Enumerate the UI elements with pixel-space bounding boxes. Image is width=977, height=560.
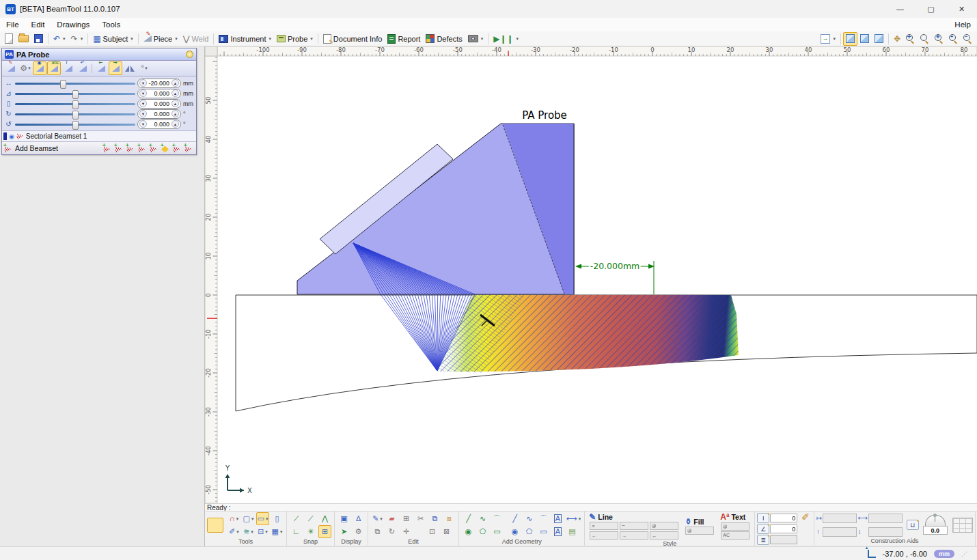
probe-index-offset-spinner[interactable]: ▼-20.000▲ xyxy=(137,79,181,88)
probe-rotation-slider[interactable] xyxy=(15,110,135,118)
arrow-start-well[interactable]: ← xyxy=(590,531,618,540)
horizontal-offset-field[interactable] xyxy=(823,514,857,523)
view-3d-solid-button[interactable] xyxy=(843,32,857,46)
subject-button[interactable]: ▦Subject▾ xyxy=(90,32,136,46)
add-sectorial-beamset-button[interactable] xyxy=(126,144,136,153)
coordinate-system-icon[interactable] xyxy=(868,550,876,558)
probe-forward-offset-slider-thumb[interactable] xyxy=(72,90,79,99)
menu-edit[interactable]: Edit xyxy=(25,20,51,29)
add-dense-sectorial-beamset-button[interactable] xyxy=(115,144,124,153)
snap-grid-button[interactable]: ⊞ xyxy=(318,525,331,538)
select-tool-button[interactable] xyxy=(207,518,223,533)
copy-button[interactable]: ⧉ xyxy=(428,512,441,525)
arrow-both-well[interactable]: ↔ xyxy=(650,531,678,540)
add-tfm-beamset-button[interactable] xyxy=(173,144,182,153)
add-compound-beamset-button[interactable] xyxy=(138,144,148,153)
toggle-probe-dimensions-button[interactable]: I xyxy=(61,61,75,75)
line-weight-well[interactable]: ≡ xyxy=(590,522,618,530)
zoom-selection-button[interactable]: ✳ xyxy=(932,32,946,46)
units-badge[interactable]: mm xyxy=(934,550,954,558)
probe-rotation-value[interactable]: 0.000 xyxy=(147,111,171,117)
probe-height-offset-slider-thumb[interactable] xyxy=(72,100,79,109)
mirror-probe-button[interactable] xyxy=(123,61,137,75)
cut-button[interactable]: ✂ xyxy=(414,512,427,525)
duplicate-button[interactable]: ⧉ xyxy=(371,525,384,538)
display-settings-button[interactable]: ⚙ xyxy=(352,525,365,538)
minimize-button[interactable]: — xyxy=(885,0,916,18)
add-focal-law-beamset-button[interactable] xyxy=(161,144,171,153)
height-lock-field[interactable]: 0 xyxy=(770,514,797,522)
zoom-out-button[interactable]: − xyxy=(961,32,975,46)
probe-skew-slider-thumb[interactable] xyxy=(72,121,79,130)
add-line-button[interactable]: ╱ xyxy=(508,512,521,525)
snapshot-button[interactable]: ▾ xyxy=(465,32,486,46)
list-lock-button[interactable]: ≣ xyxy=(757,535,769,545)
add-construction-arc-button[interactable]: ⌒ xyxy=(491,512,504,525)
paste-button[interactable]: ⧈ xyxy=(443,512,456,525)
magnet-tool-button[interactable]: ∩▾ xyxy=(228,512,240,525)
vertical-offset-field[interactable] xyxy=(823,527,857,537)
redo-button[interactable]: ↷▾ xyxy=(68,32,86,46)
report-button[interactable]: Report xyxy=(385,32,423,46)
construction-lock-button[interactable]: ⊔ xyxy=(907,520,919,530)
beamset-row[interactable]: ◉ Sectorial Beamset 1 xyxy=(2,130,196,141)
add-label-button[interactable]: A xyxy=(551,525,564,538)
pin-palette-icon[interactable] xyxy=(186,51,193,58)
menu-file[interactable]: File xyxy=(0,20,25,29)
height-lock-button[interactable]: I xyxy=(757,513,769,523)
move-button[interactable]: ✛ xyxy=(400,525,413,538)
defects-button[interactable]: Defects xyxy=(423,32,465,46)
add-arc-button[interactable]: ⌒ xyxy=(537,512,550,525)
add-text-area-button[interactable]: A xyxy=(551,512,564,525)
spinner-down-icon[interactable]: ▼ xyxy=(139,110,147,117)
probe-forward-offset-slider[interactable] xyxy=(15,89,135,98)
toggle-probe-labels-button[interactable]: abc xyxy=(47,61,61,75)
spinner-up-icon[interactable]: ▲ xyxy=(171,89,179,97)
spinner-up-icon[interactable]: ▲ xyxy=(171,120,179,128)
width-field[interactable] xyxy=(868,514,903,523)
probe-settings-button[interactable]: ⚙▾ xyxy=(18,61,32,75)
probe-index-offset-value[interactable]: -20.000 xyxy=(147,80,171,87)
probe-index-offset-slider[interactable] xyxy=(15,79,135,87)
probe-forward-offset-value[interactable]: 0.000 xyxy=(147,90,171,97)
arrow-end-well[interactable]: → xyxy=(620,531,648,540)
add-construction-polygon-button[interactable]: ⬠ xyxy=(476,525,489,538)
display-cursor-button[interactable]: ➤ xyxy=(338,525,350,538)
snap-midpoint-button[interactable]: ⟋ xyxy=(304,512,317,525)
add-linear-beamset-button[interactable] xyxy=(103,144,113,153)
spinner-down-icon[interactable]: ▼ xyxy=(139,89,147,97)
instrument-button[interactable]: Instrument▾ xyxy=(216,32,273,46)
add-polygon-button[interactable]: ⬠ xyxy=(523,525,536,538)
angle-lock-field[interactable]: 0 xyxy=(770,524,797,533)
undo-button[interactable]: ↶▾ xyxy=(51,32,68,46)
probe-height-offset-slider[interactable] xyxy=(15,100,135,108)
line-style-well[interactable]: ┄ xyxy=(620,522,648,530)
zoom-window-button[interactable] xyxy=(918,32,932,46)
menu-drawings[interactable]: Drawings xyxy=(51,20,96,29)
new-document-button[interactable] xyxy=(2,32,16,46)
probe-skew-spinner[interactable]: ▼0.000▲ xyxy=(137,120,181,129)
toggle-probe-visibility-button[interactable]: ◉ xyxy=(33,61,46,75)
add-construction-circle-button[interactable]: ◉ xyxy=(462,525,475,538)
edit-mode-button[interactable]: ▦▾ xyxy=(271,525,284,538)
line-color-well[interactable] xyxy=(650,522,678,530)
measurement-tool-button[interactable]: ▭▾ xyxy=(256,512,269,525)
beamset-visibility-icon[interactable]: ◉ xyxy=(9,133,14,140)
insert-button[interactable]: ⊞ xyxy=(400,512,413,525)
height-field[interactable] xyxy=(868,527,903,537)
menu-help[interactable]: Help xyxy=(948,20,977,29)
side-panel-button[interactable]: ▯ xyxy=(271,512,284,525)
add-construction-polyline-button[interactable]: ∿ xyxy=(476,512,489,525)
settings-tool-button[interactable]: ✐▾ xyxy=(228,525,240,538)
add-construction-line-button[interactable]: ╱ xyxy=(462,512,475,525)
snap-point-button[interactable]: ✳ xyxy=(304,525,317,538)
drawing-canvas[interactable]: -20.000mm PA Probe -100-90-80-70-60-50-4… xyxy=(205,46,977,503)
zoom-extents-button[interactable]: ✛ xyxy=(903,32,918,46)
spinner-down-icon[interactable]: ▼ xyxy=(139,79,147,87)
add-circle-button[interactable]: ◉ xyxy=(508,525,521,538)
group-button[interactable]: ⊡ xyxy=(426,525,439,538)
add-image-button[interactable]: ▤ xyxy=(566,525,579,538)
view-3d-wire-button[interactable] xyxy=(872,32,886,46)
angle-dial[interactable] xyxy=(925,515,946,526)
text-color-well[interactable] xyxy=(721,522,749,531)
